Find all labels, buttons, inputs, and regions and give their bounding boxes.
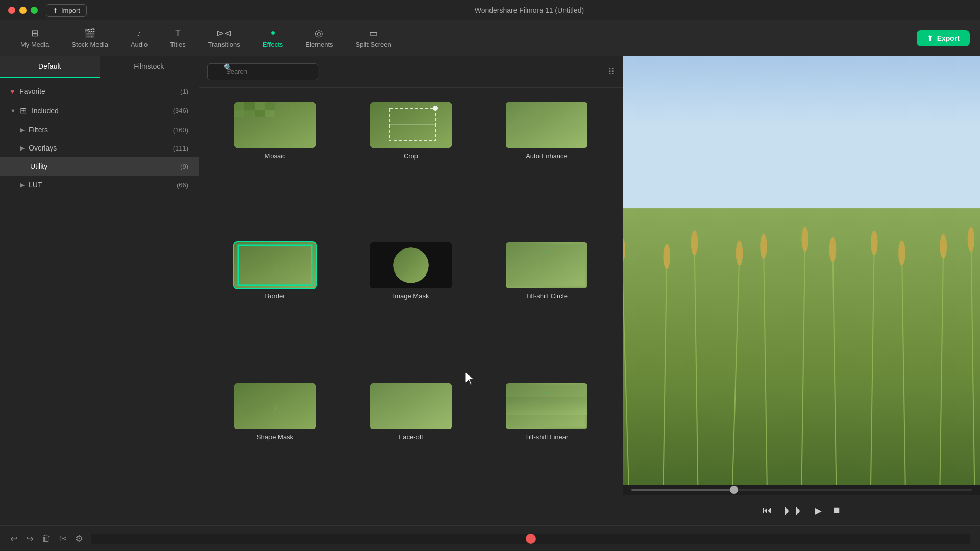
titles-icon: T: [175, 28, 181, 39]
effects-icon: ✦: [269, 28, 277, 39]
sidebar-tabs: Default Filmstock: [0, 56, 199, 78]
maximize-button[interactable]: [31, 7, 38, 14]
grid-toggle-button[interactable]: ⠿: [608, 66, 615, 78]
svg-rect-26: [370, 383, 452, 429]
progress-track[interactable]: [631, 489, 972, 491]
elements-icon: ◎: [315, 28, 323, 39]
export-label: Export: [937, 34, 960, 42]
step-back-button[interactable]: ⏮: [763, 505, 772, 516]
search-icon: 🔍: [224, 63, 232, 71]
favorite-icon: ♥: [10, 87, 14, 95]
effect-thumb-tiltshift-circle: ↓: [506, 242, 587, 288]
svg-point-11: [433, 106, 438, 111]
svg-point-54: [898, 241, 905, 266]
sidebar-favorite-label: Favorite: [19, 87, 45, 95]
split-screen-icon: ▭: [369, 28, 378, 39]
redo-button[interactable]: ↪: [26, 533, 34, 544]
close-button[interactable]: [8, 7, 15, 14]
sidebar-item-utility[interactable]: Utility (9): [0, 157, 199, 176]
nav-label-stock-media: Stock Media: [71, 41, 108, 48]
effect-name-border: Border: [265, 292, 285, 300]
delete-button[interactable]: 🗑: [42, 533, 51, 544]
sidebar-included-count: (346): [173, 107, 188, 114]
effect-thumb-tiltshift-linear: ↓: [506, 383, 587, 429]
lut-chevron: ▶: [20, 182, 24, 188]
included-chevron: ▼: [10, 108, 16, 114]
svg-text:↓: ↓: [274, 404, 277, 411]
effect-item-crop[interactable]: Crop: [343, 96, 479, 236]
progress-thumb[interactable]: [730, 486, 738, 494]
nav-item-elements[interactable]: ◎ Elements: [295, 24, 343, 52]
svg-point-49: [736, 241, 743, 266]
effect-item-border[interactable]: ↓ Border: [207, 236, 343, 377]
effect-name-auto-enhance: Auto Enhance: [526, 152, 568, 160]
preview-area: [623, 56, 980, 485]
sidebar-tab-default[interactable]: Default: [0, 56, 100, 78]
nav-item-split-screen[interactable]: ▭ Split Screen: [346, 24, 402, 52]
timeline-area: [91, 534, 970, 544]
sidebar-included-label: Included: [32, 107, 59, 115]
effects-search-bar: 🔍 ⠿: [199, 56, 623, 88]
export-button[interactable]: ⬆ Export: [917, 30, 970, 46]
play-pause-button[interactable]: ⏵⏵: [782, 504, 804, 517]
sidebar-item-lut[interactable]: ▶ LUT (66): [0, 176, 199, 194]
sidebar-utility-count: (9): [180, 163, 188, 170]
effect-item-faceoff[interactable]: Face-off: [343, 377, 479, 517]
svg-rect-2: [244, 102, 255, 110]
sidebar-tab-filmstock-label: Filmstock: [134, 62, 164, 70]
sidebar-item-overlays[interactable]: ▶ Overlays (111): [0, 139, 199, 157]
sidebar-item-included[interactable]: ▼ ⊞ Included (346): [0, 101, 199, 120]
nav-item-effects[interactable]: ✦ Effects: [253, 24, 293, 52]
effect-name-mosaic: Mosaic: [264, 152, 285, 160]
nav-item-audio[interactable]: ♪ Audio: [120, 25, 158, 52]
import-label: Import: [61, 7, 80, 14]
nav-item-my-media[interactable]: ⊞ My Media: [10, 24, 59, 52]
effect-item-auto-enhance[interactable]: Auto Enhance: [479, 96, 615, 236]
effect-item-tiltshift-circle[interactable]: ↓ Tilt-shift Circle: [479, 236, 615, 377]
effect-name-crop: Crop: [404, 152, 418, 160]
nav-label-my-media: My Media: [20, 41, 49, 48]
svg-rect-1: [234, 102, 244, 110]
minimize-button[interactable]: [19, 7, 27, 14]
cut-button[interactable]: ✂: [59, 533, 67, 544]
progress-fill: [631, 489, 733, 491]
effect-thumb-auto-enhance: [506, 102, 587, 148]
play-button[interactable]: ▶: [815, 505, 822, 516]
effect-item-tiltshift-linear[interactable]: ↓ Tilt-shift Linear: [479, 377, 615, 517]
svg-rect-7: [255, 110, 265, 117]
window-controls: [8, 7, 38, 14]
transitions-icon: ⊳⊲: [216, 28, 232, 39]
nav-label-split-screen: Split Screen: [356, 41, 391, 48]
nav-item-stock-media[interactable]: 🎬 Stock Media: [61, 24, 118, 52]
svg-rect-3: [255, 102, 265, 110]
playback-controls: ⏮ ⏵⏵ ▶ ⏹: [623, 495, 980, 525]
sidebar-filters-count: (160): [173, 126, 188, 134]
nav-item-transitions[interactable]: ⊳⊲ Transitions: [198, 24, 251, 52]
effect-item-shape-mask[interactable]: ↓ Shape Mask: [207, 377, 343, 517]
sidebar-item-favorite[interactable]: ♥ Favorite (1): [0, 82, 199, 101]
effect-name-tiltshift-circle: Tilt-shift Circle: [526, 292, 568, 300]
import-button[interactable]: ⬆ Import: [46, 4, 87, 17]
svg-point-47: [664, 244, 671, 269]
nav-item-titles[interactable]: T Titles: [160, 25, 196, 52]
app-title: Wondershare Filmora 11 (Untitled): [87, 6, 972, 14]
undo-button[interactable]: ↩: [10, 533, 18, 544]
effect-thumb-image-mask: [370, 242, 452, 288]
sidebar-item-filters[interactable]: ▶ Filters (160): [0, 120, 199, 139]
effect-thumb-mosaic: [234, 102, 316, 148]
main-content: Default Filmstock ♥ Favorite (1) ▼ ⊞ Inc…: [0, 56, 980, 525]
record-indicator: [526, 534, 536, 544]
effect-name-image-mask: Image Mask: [393, 292, 429, 300]
svg-point-19: [393, 247, 429, 283]
my-media-icon: ⊞: [31, 28, 39, 39]
settings-button[interactable]: ⚙: [75, 533, 83, 544]
effect-name-faceoff: Face-off: [399, 433, 423, 441]
effect-item-image-mask[interactable]: Image Mask: [343, 236, 479, 377]
sidebar-tab-filmstock[interactable]: Filmstock: [100, 56, 199, 78]
effect-item-mosaic[interactable]: Mosaic: [207, 96, 343, 236]
effect-name-tiltshift-linear: Tilt-shift Linear: [525, 433, 569, 441]
stop-button[interactable]: ⏹: [832, 505, 841, 516]
bottom-toolbar: ↩ ↪ 🗑 ✂ ⚙: [0, 525, 980, 551]
overlays-chevron: ▶: [20, 145, 24, 152]
preview-panel: ⏮ ⏵⏵ ▶ ⏹: [623, 56, 980, 525]
